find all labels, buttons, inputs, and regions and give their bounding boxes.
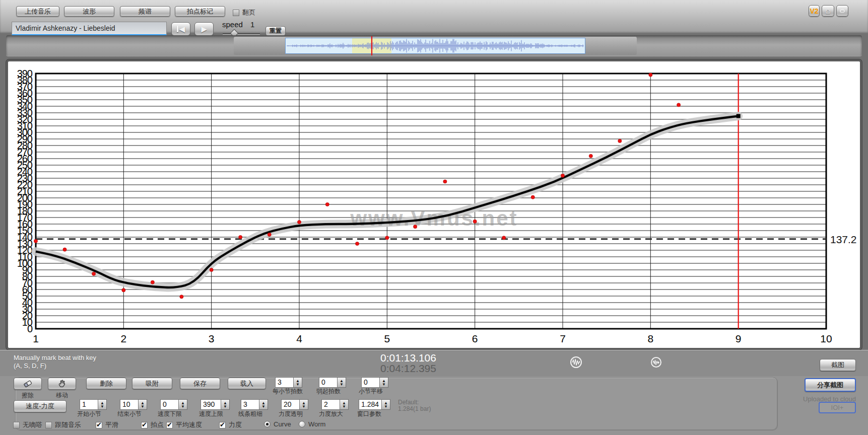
window-param-spinner[interactable]: 1.284 ▲▼ xyxy=(359,399,390,410)
skip-bar-icon xyxy=(177,26,178,32)
checkbox-checked-icon[interactable]: ✔ xyxy=(166,422,173,428)
save-button[interactable]: 保存 xyxy=(180,378,220,389)
volume-wave-right-button[interactable] xyxy=(651,357,661,368)
waveform-overview-strip[interactable] xyxy=(6,35,862,56)
skip-start-button[interactable]: ◀ xyxy=(171,22,190,36)
line-width-spinner[interactable]: 3 ▲▼ xyxy=(241,399,268,410)
dynamics-gain-value[interactable]: 2 xyxy=(321,399,340,410)
tempo-min-value[interactable]: 0 xyxy=(160,399,179,410)
play-button[interactable]: ▶ xyxy=(194,22,214,36)
checkbox-checked-icon[interactable]: ✔ xyxy=(219,422,226,428)
spinner-arrows[interactable]: ▲▼ xyxy=(300,399,308,410)
volume-wave-left-button[interactable] xyxy=(570,356,582,368)
pickup-beats-spinner[interactable]: 0 ▲▼ xyxy=(319,377,346,388)
dynamics-checkbox[interactable]: ✔ 力度 xyxy=(219,420,242,429)
radio-icon[interactable] xyxy=(264,421,271,427)
checkbox-icon[interactable] xyxy=(45,422,52,428)
tempo-dynamics-mode-button[interactable]: 速度-力度 xyxy=(14,400,66,412)
dynamics-alpha-value[interactable]: 20 xyxy=(281,399,300,410)
end-bar-spinner[interactable]: 10 ▲▼ xyxy=(120,399,147,410)
reset-speed-button[interactable]: 重置 xyxy=(265,26,286,36)
spinner-arrows[interactable]: ▲▼ xyxy=(340,399,349,410)
track-title-input[interactable] xyxy=(12,22,167,36)
bar-shift-spinner[interactable]: 0 ▲▼ xyxy=(361,377,388,388)
svg-text:9: 9 xyxy=(736,333,742,344)
status-bar: Manually mark beat with key (A, S, D, F)… xyxy=(0,350,868,376)
start-bar-spinner[interactable]: 1 ▲▼ xyxy=(80,399,107,410)
snap-button[interactable]: 吸附 xyxy=(132,378,172,389)
start-bar-label: 开始小节 xyxy=(77,410,101,418)
waveform-panel[interactable] xyxy=(285,38,585,54)
smooth-checkbox[interactable]: ✔ 平滑 xyxy=(96,420,118,429)
tempo-chart[interactable]: 0102030405060708090100110120130140150160… xyxy=(8,61,860,348)
tempo-max-spinner[interactable]: 390 ▲▼ xyxy=(201,399,230,410)
bar-shift-value[interactable]: 0 xyxy=(361,377,380,388)
line-width-value[interactable]: 3 xyxy=(241,399,259,410)
end-bar-label: 结束小节 xyxy=(117,410,142,418)
no-click-checkbox[interactable]: 无嘀嗒 xyxy=(13,420,42,429)
beats-per-bar-spinner[interactable]: 3 ▲▼ xyxy=(275,377,302,388)
dynamics-label: 力度 xyxy=(229,420,242,429)
tempo-max-value[interactable]: 390 xyxy=(201,399,221,410)
spinner-arrows[interactable]: ▲▼ xyxy=(139,399,147,410)
checkbox-icon[interactable] xyxy=(233,10,239,16)
tempo-min-label: 速度下限 xyxy=(158,410,182,418)
line-width-label: 线条粗细 xyxy=(238,410,262,418)
dynamics-gain-spinner[interactable]: 2 ▲▼ xyxy=(321,399,349,410)
average-tempo-checkbox[interactable]: ✔ 平均速度 xyxy=(166,420,202,429)
beat-points-checkbox[interactable]: ✔ 拍点 xyxy=(141,420,164,429)
speed-slider-track[interactable] xyxy=(223,33,260,34)
spinner-arrows[interactable]: ▲▼ xyxy=(380,377,388,388)
beat-mark-button[interactable]: 拍点标记 xyxy=(175,6,225,17)
spinner-arrows[interactable]: ▲▼ xyxy=(221,399,230,410)
window-param-value[interactable]: 1.284 xyxy=(359,399,382,410)
page-turn-checkbox[interactable]: 翻页 xyxy=(233,8,255,17)
screenshot-button[interactable]: 截图 xyxy=(820,359,856,371)
fullscreen-button[interactable] xyxy=(836,5,848,17)
waveform-playhead[interactable] xyxy=(371,36,372,55)
worm-radio[interactable]: Worm xyxy=(299,420,325,428)
average-tempo-label: 平均速度 xyxy=(176,420,202,429)
upload-music-button[interactable]: 上传音乐 xyxy=(16,6,59,17)
spinner-arrows[interactable]: ▲▼ xyxy=(259,399,268,410)
svg-text:2: 2 xyxy=(120,333,126,344)
checkbox-icon[interactable] xyxy=(13,422,20,428)
load-button[interactable]: 载入 xyxy=(228,378,266,389)
pickup-beats-value[interactable]: 0 xyxy=(319,377,338,388)
svg-text:5: 5 xyxy=(384,333,390,344)
spinner-arrows[interactable]: ▲▼ xyxy=(338,377,346,388)
svg-text:7: 7 xyxy=(560,333,566,344)
svg-text:3: 3 xyxy=(209,333,215,344)
tempo-min-spinner[interactable]: 0 ▲▼ xyxy=(160,399,187,410)
spinner-arrows[interactable]: ▲▼ xyxy=(294,377,302,388)
page-turn-label: 翻页 xyxy=(242,8,255,17)
follow-music-checkbox[interactable]: 跟随音乐 xyxy=(45,420,81,429)
spinner-arrows[interactable]: ▲▼ xyxy=(179,399,187,410)
beats-per-bar-label: 每小节拍数 xyxy=(273,387,303,396)
spectrum-button[interactable]: 频谱 xyxy=(120,6,170,17)
svg-text:4: 4 xyxy=(296,333,302,344)
svg-text:390: 390 xyxy=(17,68,33,79)
end-bar-value[interactable]: 10 xyxy=(120,399,139,410)
delete-button[interactable]: 删除 xyxy=(86,378,126,389)
default-note-line1: Default: xyxy=(398,399,419,406)
curve-radio[interactable]: Curve xyxy=(264,420,291,428)
radio-icon[interactable] xyxy=(299,421,305,427)
speed-value: 1 xyxy=(250,20,254,29)
erase-tool-button[interactable] xyxy=(14,378,42,390)
dynamics-alpha-spinner[interactable]: 20 ▲▼ xyxy=(281,399,308,410)
spinner-arrows[interactable]: ▲▼ xyxy=(382,399,390,410)
checkbox-checked-icon[interactable]: ✔ xyxy=(141,422,148,428)
waveform-button[interactable]: 波形 xyxy=(64,6,114,17)
move-tool-button[interactable] xyxy=(48,378,76,390)
checkbox-checked-icon[interactable]: ✔ xyxy=(96,422,102,428)
ioi-button[interactable]: IOI+ xyxy=(819,402,856,413)
v2-version-button[interactable]: V2 xyxy=(809,5,820,17)
spinner-arrows[interactable]: ▲▼ xyxy=(98,399,107,410)
beats-per-bar-value[interactable]: 3 xyxy=(275,377,294,388)
waveform-arrow-icon xyxy=(652,359,660,366)
follow-music-label: 跟随音乐 xyxy=(55,420,81,429)
start-bar-value[interactable]: 1 xyxy=(80,399,98,410)
share-screenshot-button[interactable]: 分享截图 xyxy=(805,378,856,392)
home-button[interactable]: ⌂ xyxy=(822,5,834,17)
